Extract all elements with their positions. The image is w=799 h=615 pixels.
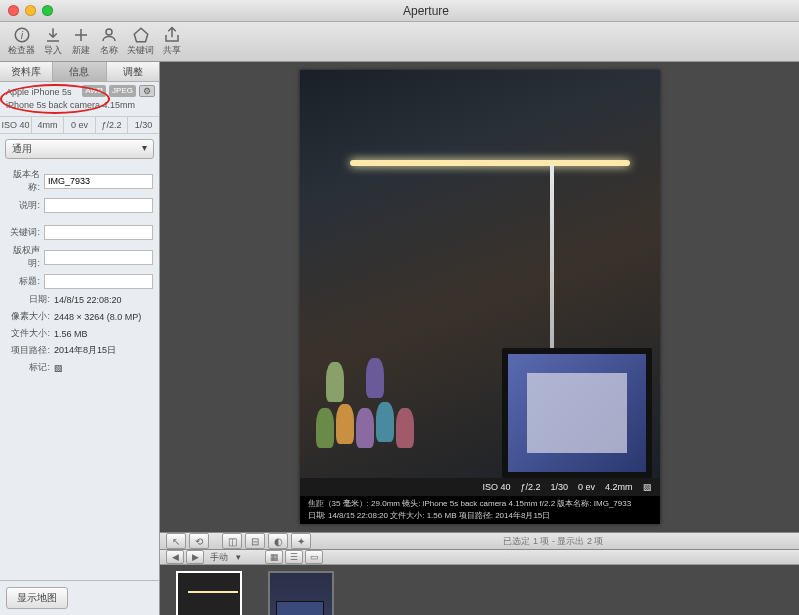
field-label: 项目路径: bbox=[6, 344, 54, 357]
selection-status: 已选定 1 项 - 显示出 2 项 bbox=[314, 535, 793, 548]
format-badge: JPEG bbox=[109, 85, 136, 97]
cursor-mode-label: 手动 bbox=[210, 551, 228, 564]
field-label: 说明: bbox=[6, 199, 44, 212]
titlebar: Aperture bbox=[0, 0, 799, 22]
copyright-input[interactable] bbox=[44, 250, 153, 265]
field-label: 日期: bbox=[6, 293, 54, 306]
thumbnail-strip: IMG_7933 DSC_0025 bbox=[160, 565, 799, 615]
tab-library[interactable]: 资料库 bbox=[0, 62, 53, 81]
toolbar-label: 新建 bbox=[72, 44, 90, 57]
field-label: 文件大小: bbox=[6, 327, 54, 340]
version-name-input[interactable] bbox=[44, 174, 153, 189]
nav-prev-icon[interactable]: ◀ bbox=[166, 550, 184, 564]
exif-shutter: 1/30 bbox=[128, 117, 159, 133]
chevron-down-icon[interactable]: ▾ bbox=[236, 552, 241, 562]
view-grid-icon[interactable]: ▦ bbox=[265, 550, 283, 564]
inspector-button[interactable]: i 检查器 bbox=[8, 26, 35, 57]
exif-overlay-bar: ISO 40 ƒ/2.2 1/30 0 ev 4.2mm ▧ bbox=[300, 478, 660, 496]
field-label: 版本名称: bbox=[6, 168, 44, 194]
field-label: 标题: bbox=[6, 275, 44, 288]
inspector-sidebar: 资料库 信息 调整 Apple iPhone 5s iPhone 5s back… bbox=[0, 62, 160, 615]
keywords-button[interactable]: 关键词 bbox=[127, 26, 154, 57]
share-button[interactable]: 共享 bbox=[162, 26, 182, 57]
awb-badge: AWB bbox=[82, 85, 106, 97]
toolbar-label: 导入 bbox=[44, 44, 62, 57]
overlay-aperture: ƒ/2.2 bbox=[520, 482, 540, 492]
caption-input[interactable] bbox=[44, 198, 153, 213]
badge-icon: ▧ bbox=[643, 482, 652, 492]
exif-aperture: ƒ/2.2 bbox=[96, 117, 128, 133]
svg-text:i: i bbox=[20, 29, 23, 41]
cursor-mode-row: ◀ ▶ 手动 ▾ ▦ ☰ ▭ bbox=[160, 550, 799, 565]
show-map-button[interactable]: 显示地图 bbox=[6, 587, 68, 609]
zoom-window-button[interactable] bbox=[42, 5, 53, 16]
overlay-focal: 4.2mm bbox=[605, 482, 633, 492]
date-value: 14/8/15 22:08:20 bbox=[54, 295, 153, 305]
svg-point-2 bbox=[106, 29, 112, 35]
toolbar-label: 关键词 bbox=[127, 44, 154, 57]
exif-focal: 4mm bbox=[32, 117, 64, 133]
import-button[interactable]: 导入 bbox=[43, 26, 63, 57]
popup-label: 通用 bbox=[12, 142, 32, 156]
view-list-icon[interactable]: ☰ bbox=[285, 550, 303, 564]
metadata-fields: 版本名称: 说明: 关键词: 版权声明: 标题: 日期:14/8/15 22:0… bbox=[0, 164, 159, 382]
viewer-tool-row: ↖ ⟲ ◫ ⊟ ◐ ✦ 已选定 1 项 - 显示出 2 项 bbox=[160, 532, 799, 550]
toolbar-label: 名称 bbox=[100, 44, 118, 57]
info-overlay: 焦距（35 毫米）: 29.0mm 镜头: iPhone 5s back cam… bbox=[300, 496, 660, 524]
close-window-button[interactable] bbox=[8, 5, 19, 16]
view-filmstrip-icon[interactable]: ▭ bbox=[305, 550, 323, 564]
minimize-window-button[interactable] bbox=[25, 5, 36, 16]
crop-tool-icon[interactable]: ⊟ bbox=[245, 533, 265, 549]
project-path-value: 2014年8月15日 bbox=[54, 344, 153, 357]
exif-summary: ISO 40 4mm 0 ev ƒ/2.2 1/30 bbox=[0, 117, 159, 134]
keywords-input[interactable] bbox=[44, 225, 153, 240]
main-toolbar: i 检查器 导入 新建 名称 关键词 共享 bbox=[0, 22, 799, 62]
overlay-shutter: 1/30 bbox=[550, 482, 568, 492]
cursor-tool-icon[interactable]: ↖ bbox=[166, 533, 186, 549]
nav-next-icon[interactable]: ▶ bbox=[186, 550, 204, 564]
exif-ev: 0 ev bbox=[64, 117, 96, 133]
overlay-ev: 0 ev bbox=[578, 482, 595, 492]
field-label: 版权声明: bbox=[6, 244, 44, 270]
photo-preview bbox=[300, 70, 660, 478]
overlay-line2: 日期: 14/8/15 22:08:20 文件大小: 1.56 MB 项目路径:… bbox=[308, 510, 652, 522]
camera-info-box: Apple iPhone 5s iPhone 5s back camera 4.… bbox=[0, 82, 159, 117]
tab-info[interactable]: 信息 bbox=[53, 62, 106, 81]
straighten-tool-icon[interactable]: ◫ bbox=[222, 533, 242, 549]
filesize-value: 1.56 MB bbox=[54, 329, 153, 339]
toolbar-label: 检查器 bbox=[8, 44, 35, 57]
retouch-tool-icon[interactable]: ✦ bbox=[291, 533, 311, 549]
toolbar-label: 共享 bbox=[163, 44, 181, 57]
gear-icon[interactable]: ⚙ bbox=[139, 85, 155, 97]
overlay-line1: 焦距（35 毫米）: 29.0mm 镜头: iPhone 5s back cam… bbox=[308, 498, 652, 510]
redeye-tool-icon[interactable]: ◐ bbox=[268, 533, 288, 549]
name-button[interactable]: 名称 bbox=[99, 26, 119, 57]
overlay-iso: ISO 40 bbox=[482, 482, 510, 492]
rotate-tool-icon[interactable]: ⟲ bbox=[189, 533, 209, 549]
field-label: 关键词: bbox=[6, 226, 44, 239]
new-button[interactable]: 新建 bbox=[71, 26, 91, 57]
thumbnail-item[interactable]: DSC_0025 bbox=[262, 571, 340, 615]
exif-iso: ISO 40 bbox=[0, 117, 32, 133]
field-label: 像素大小: bbox=[6, 310, 54, 323]
title-input[interactable] bbox=[44, 274, 153, 289]
badges-value: ▧ bbox=[54, 363, 153, 373]
thumbnail-item[interactable]: IMG_7933 bbox=[170, 571, 248, 615]
window-title: Aperture bbox=[53, 4, 799, 18]
dimensions-value: 2448 × 3264 (8.0 MP) bbox=[54, 312, 153, 322]
lens-info: iPhone 5s back camera 4.15mm bbox=[6, 99, 153, 112]
metadata-preset-popup[interactable]: 通用 ▾ bbox=[5, 139, 154, 159]
chevron-icon: ▾ bbox=[142, 142, 147, 156]
field-label: 标记: bbox=[6, 361, 54, 374]
image-viewer[interactable]: ISO 40 ƒ/2.2 1/30 0 ev 4.2mm ▧ 焦距（35 毫米）… bbox=[160, 62, 799, 532]
tab-adjust[interactable]: 调整 bbox=[107, 62, 159, 81]
